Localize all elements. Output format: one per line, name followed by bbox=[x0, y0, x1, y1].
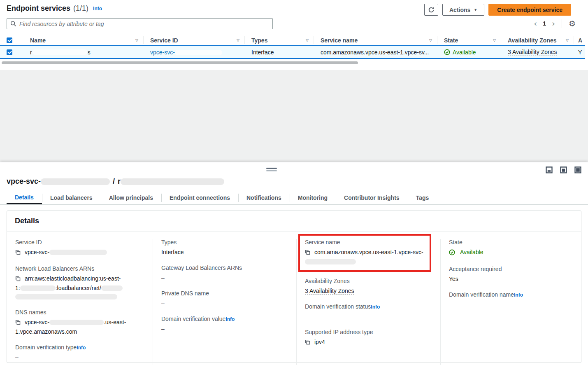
detail-label: Acceptance required bbox=[449, 266, 573, 272]
detail-value: Yes bbox=[449, 275, 573, 283]
detail-field-state: StateAvailable bbox=[449, 239, 573, 258]
panel-title: vpce-svc-/r bbox=[7, 177, 224, 186]
tab-details[interactable]: Details bbox=[7, 191, 42, 204]
detail-field-domain-verification-status: Domain verification statusInfo– bbox=[305, 303, 432, 321]
redacted-text bbox=[101, 285, 123, 291]
column-header-availability-zones[interactable]: Availability Zones ▽ bbox=[501, 35, 574, 45]
settings-gear-icon[interactable]: ⚙ bbox=[569, 19, 576, 28]
filter-icon[interactable]: ▽ bbox=[493, 38, 496, 42]
panel-position-full-icon[interactable] bbox=[574, 166, 581, 173]
split-panel: vpce-svc-/r DetailsLoad balancersAllow p… bbox=[0, 162, 588, 365]
availability-zones-link[interactable]: 3 Availability Zones bbox=[508, 49, 557, 56]
search-input[interactable] bbox=[19, 21, 269, 27]
table-row[interactable]: rs vpce-svc- Interface com.amazonaws.vpc… bbox=[0, 45, 585, 59]
tab-load-balancers[interactable]: Load balancers bbox=[42, 191, 101, 204]
row-state-cell: Available bbox=[437, 46, 501, 58]
row-types-cell: Interface bbox=[245, 46, 314, 58]
detail-value: Available bbox=[449, 248, 573, 258]
detail-label: Private DNS name bbox=[161, 290, 288, 297]
detail-label: DNS names bbox=[15, 309, 144, 316]
detail-field-domain-verification-type: Domain verification typeInfo– bbox=[15, 344, 144, 362]
copy-icon[interactable] bbox=[15, 275, 21, 284]
detail-field-private-dns-name: Private DNS name– bbox=[161, 290, 288, 308]
details-column: Service namecom.amazonaws.vpce.us-east-1… bbox=[296, 239, 440, 365]
tab-tags[interactable]: Tags bbox=[408, 191, 437, 204]
actions-button-label: Actions bbox=[449, 7, 470, 13]
tab-contributor-insights[interactable]: Contributor Insights bbox=[336, 191, 408, 204]
details-columns: Service IDvpce-svc-Network Load Balancer… bbox=[7, 232, 581, 361]
create-endpoint-service-button[interactable]: Create endpoint service bbox=[488, 4, 571, 16]
tab-endpoint-connections[interactable]: Endpoint connections bbox=[161, 191, 238, 204]
row-checkbox[interactable] bbox=[7, 49, 12, 55]
copy-icon[interactable] bbox=[305, 339, 310, 347]
filter-icon[interactable]: ▽ bbox=[135, 38, 138, 42]
detail-field-network-load-balancers-arns: Network Load Balancers ARNsarn:aws:elast… bbox=[15, 265, 144, 301]
detail-label: Availability Zones bbox=[305, 278, 432, 284]
filter-icon[interactable]: ▽ bbox=[237, 38, 239, 42]
row-service-id-cell: vpce-svc- bbox=[144, 46, 245, 58]
redacted-text bbox=[49, 320, 104, 325]
detail-value: vpce-svc-.us-east-1.vpce.amazonaws.com bbox=[15, 318, 144, 336]
detail-label: Service ID bbox=[15, 239, 144, 246]
redacted-text bbox=[175, 50, 222, 55]
detail-value: – bbox=[305, 312, 432, 321]
detail-field-availability-zones: Availability Zones3 Availability Zones bbox=[305, 278, 432, 295]
redacted-text bbox=[15, 294, 117, 299]
panel-layout-controls bbox=[546, 166, 581, 173]
divider bbox=[562, 19, 562, 28]
detail-label: Supported IP address type bbox=[305, 329, 432, 335]
next-page-icon[interactable]: › bbox=[552, 19, 555, 28]
detail-value: 3 Availability Zones bbox=[305, 287, 432, 295]
details-card-heading: Details bbox=[7, 211, 581, 232]
header-info-link[interactable]: Info bbox=[93, 6, 102, 12]
panel-drag-handle[interactable] bbox=[266, 168, 277, 173]
info-link[interactable]: Info bbox=[77, 345, 86, 351]
detail-value: ipv4 bbox=[305, 338, 432, 347]
horizontal-scrollbar[interactable] bbox=[2, 61, 358, 64]
table-header-row: Name ▽ Service ID ▽ Types ▽ Service name… bbox=[0, 35, 585, 45]
column-header-service-name[interactable]: Service name ▽ bbox=[314, 35, 437, 45]
redacted-text bbox=[121, 178, 224, 185]
actions-button[interactable]: Actions ▼ bbox=[442, 4, 484, 16]
detail-field-domain-verification-value: Domain verification valueInfo– bbox=[161, 316, 288, 333]
row-az-cell: 3 Availability Zones bbox=[501, 46, 574, 58]
tab-notifications[interactable]: Notifications bbox=[238, 191, 290, 204]
column-header-types[interactable]: Types ▽ bbox=[245, 35, 314, 45]
service-id-link[interactable]: vpce-svc- bbox=[150, 49, 222, 56]
tab-monitoring[interactable]: Monitoring bbox=[290, 191, 336, 204]
detail-label: Domain verification valueInfo bbox=[161, 316, 288, 322]
select-all-checkbox[interactable] bbox=[7, 37, 12, 43]
availability-zones-link[interactable]: 3 Availability Zones bbox=[305, 288, 354, 295]
panel-tabs: DetailsLoad balancersAllow principalsEnd… bbox=[0, 191, 588, 205]
copy-icon[interactable] bbox=[15, 319, 21, 328]
filter-icon[interactable]: ▽ bbox=[429, 38, 432, 42]
copy-icon[interactable] bbox=[15, 249, 21, 257]
status-available: Available bbox=[449, 248, 483, 257]
copy-icon[interactable] bbox=[305, 249, 310, 257]
column-header-service-id[interactable]: Service ID ▽ bbox=[144, 35, 245, 45]
column-header-name[interactable]: Name ▽ bbox=[19, 35, 144, 45]
info-link[interactable]: Info bbox=[514, 292, 523, 298]
current-page[interactable]: 1 bbox=[542, 20, 547, 27]
column-header-partial: A bbox=[574, 35, 585, 45]
details-column: StateAvailableAcceptance requiredYesDoma… bbox=[440, 239, 581, 365]
info-link[interactable]: Info bbox=[225, 316, 235, 322]
refresh-button[interactable] bbox=[424, 4, 438, 16]
info-link[interactable]: Info bbox=[371, 304, 380, 310]
detail-field-supported-ip-address-type: Supported IP address typeipv4 bbox=[305, 329, 432, 347]
redacted-text bbox=[32, 49, 88, 55]
detail-value: arn:aws:elasticloadbalancing:us-east-1::… bbox=[15, 274, 144, 301]
filter-icon[interactable]: ▽ bbox=[306, 38, 309, 42]
detail-field-gateway-load-balancers-arns: Gateway Load Balancers ARNs– bbox=[161, 264, 288, 282]
page-header: Endpoint services (1/1) Info bbox=[7, 4, 102, 13]
panel-position-half-icon[interactable] bbox=[560, 166, 567, 173]
empty-background bbox=[0, 70, 588, 162]
previous-page-icon[interactable]: ‹ bbox=[534, 19, 537, 28]
filter-icon[interactable]: ▽ bbox=[566, 38, 569, 42]
endpoint-services-list-section: Endpoint services (1/1) Info Actions ▼ C… bbox=[0, 0, 588, 70]
panel-position-bottom-icon[interactable] bbox=[546, 166, 553, 173]
column-header-state[interactable]: State ▽ bbox=[437, 35, 501, 45]
tab-allow-principals[interactable]: Allow principals bbox=[101, 191, 161, 204]
detail-value: com.amazonaws.vpce.us-east-1.vpce-svc- bbox=[305, 248, 425, 266]
detail-label: Network Load Balancers ARNs bbox=[15, 265, 144, 272]
